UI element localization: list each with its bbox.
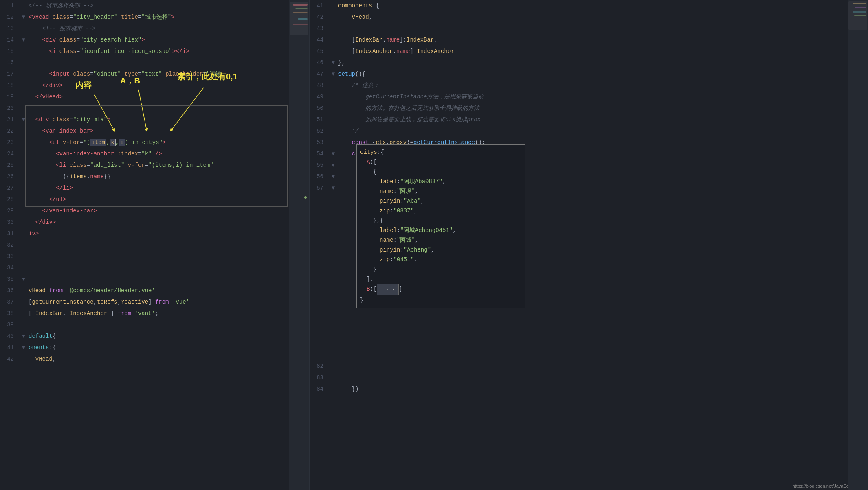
code-line-27: 27 </li> — [0, 182, 309, 194]
right-code-line-83: 83 — [310, 372, 868, 383]
code-line-21: 21 ▼ <div class="city_mia"> — [0, 114, 309, 125]
line-number-15: 15 — [0, 46, 20, 57]
data-box-citys: citys:{ A:[ { label: "阿坝Aba0837", name: … — [356, 144, 525, 308]
right-fold-icon-54[interactable]: ▼ — [330, 148, 336, 160]
code-line-18: 18 </div> — [0, 80, 309, 91]
code-line-13: 13 <!-- 搜索城市 --> — [0, 23, 309, 34]
right-line-content-45: [IndexAnchor.name]:IndexAnchor — [336, 46, 868, 57]
data-box-line-zip1: zip: "0837", — [360, 206, 522, 216]
line-number-41: 41 — [0, 342, 20, 353]
fold-icon-21[interactable]: ▼ — [20, 114, 27, 125]
right-fold-icon-57[interactable]: ▼ — [330, 182, 336, 194]
fold-icon-14[interactable]: ▼ — [20, 34, 27, 46]
right-code-line-41: 41 components:{ — [310, 0, 868, 11]
right-code-line-45: 45 [IndexAnchor.name]:IndexAnchor — [310, 46, 868, 57]
right-code-line-48: 48 /* 注意： — [310, 80, 868, 91]
right-line-content-50: 的方法。在打包之后无法获取全局挂载的方法 — [336, 103, 868, 114]
line-number-22: 22 — [0, 125, 20, 137]
line-content-18: </div> — [27, 80, 309, 91]
line-number-17: 17 — [0, 68, 20, 80]
right-code-panel: 41 components:{ 42 vHead, 43 44 [IndexBa… — [310, 0, 868, 490]
data-box-line-b: B:[ · · · ] — [360, 284, 522, 295]
right-line-number-46: 46 — [310, 57, 330, 68]
line-content-24: <van-index-anchor :index="k" /> — [27, 148, 309, 160]
line-number-37: 37 — [0, 296, 20, 308]
right-line-content-48: /* 注意： — [336, 80, 868, 91]
minimap[interactable] — [289, 0, 309, 490]
code-line-22: 22 <van-index-bar> — [0, 125, 309, 137]
line-content-12: <vHead class="city_header" title="城市选择"> — [27, 11, 309, 23]
code-line-20: 20 — [0, 103, 309, 114]
line-number-39: 39 — [0, 319, 20, 330]
right-line-number-48: 48 — [310, 80, 330, 91]
line-content-27: </li> — [27, 182, 309, 194]
right-fold-icon-56[interactable]: ▼ — [330, 171, 336, 182]
right-code-line-52: 52 */ — [310, 125, 868, 137]
line-number-18: 18 — [0, 80, 20, 91]
line-number-14: 14 — [0, 34, 20, 46]
line-content-11: <!-- 城市选择头部 --> — [27, 0, 309, 11]
line-number-32: 32 — [0, 239, 20, 251]
code-line-11: 11 <!-- 城市选择头部 --> — [0, 0, 309, 11]
data-box-line-close1: } — [360, 265, 522, 274]
code-line-30: 30 </div> — [0, 217, 309, 228]
line-content-40: default{ — [27, 330, 309, 342]
fold-icon-12[interactable]: ▼ — [20, 11, 27, 23]
right-code-line-44: 44 [IndexBar.name]:IndexBar, — [310, 34, 868, 46]
right-fold-icon-47[interactable]: ▼ — [330, 68, 336, 80]
code-line-24: 24 <van-index-anchor :index="k" /> — [0, 148, 309, 160]
code-line-38: 38 [ IndexBar, IndexAnchor ] from 'vant'… — [0, 308, 309, 319]
line-content-37: [getCurrentInstance,toRefs,reactive] fro… — [27, 296, 309, 308]
right-line-number-49: 49 — [310, 91, 330, 103]
data-box-line-brace: { — [360, 167, 522, 177]
fold-icon-41[interactable]: ▼ — [20, 342, 27, 353]
line-content-22: <van-index-bar> — [27, 125, 309, 137]
data-box-line-name2: name: "阿城", — [360, 235, 522, 245]
right-line-number-56: 56 — [310, 171, 330, 182]
right-line-number-82: 82 — [310, 361, 330, 372]
code-line-37: 37 [getCurrentInstance,toRefs,reactive] … — [0, 296, 309, 308]
right-line-number-53: 53 — [310, 137, 330, 148]
code-line-28: 28 </ul> — [0, 194, 309, 205]
right-line-number-41: 41 — [310, 0, 330, 11]
code-line-29: 29 </van-index-bar> — [0, 205, 309, 217]
right-line-content-42: vHead, — [336, 11, 868, 23]
right-code-line-82: 82 — [310, 361, 868, 372]
right-line-number-47: 47 — [310, 68, 330, 80]
right-line-content-51: 如果说是需要上线，那么需要将ctx换成prox — [336, 114, 868, 125]
code-line-19: 19 </vHead> — [0, 91, 309, 103]
right-code-line-49: 49 getCurrentInstance方法，是用来获取当前 — [310, 91, 868, 103]
line-content-30: </div> — [27, 217, 309, 228]
right-line-number-52: 52 — [310, 125, 330, 137]
right-fold-icon-46[interactable]: ▼ — [330, 57, 336, 68]
right-line-content-41: components:{ — [336, 0, 868, 11]
right-line-content-49: getCurrentInstance方法，是用来获取当前 — [336, 91, 868, 103]
fold-icon-35[interactable]: ▼ — [20, 273, 27, 285]
line-content-21: <div class="city_mia"> — [27, 114, 309, 125]
right-line-content-47: setup(){ — [336, 68, 868, 80]
right-line-content-52: */ — [336, 125, 868, 137]
code-line-26: 26 {{items.name}} — [0, 171, 309, 182]
line-number-16: 16 — [0, 57, 20, 68]
code-line-36: 36 vHead from '@comps/header/Header.vue' — [0, 285, 309, 296]
right-line-number-84: 84 — [310, 383, 330, 395]
code-line-14: 14 ▼ <div class="city_search flex"> — [0, 34, 309, 46]
fold-icon-40[interactable]: ▼ — [20, 330, 27, 342]
right-code-line-46: 46 ▼ }, — [310, 57, 868, 68]
right-fold-icon-55[interactable]: ▼ — [330, 160, 336, 171]
right-line-number-50: 50 — [310, 103, 330, 114]
line-content-25: <li class="add_list" v-for="(items,i) in… — [27, 160, 309, 171]
line-number-25: 25 — [0, 160, 20, 171]
right-line-number-54: 54 — [310, 148, 330, 160]
code-line-42: 42 vHead, — [0, 353, 309, 365]
line-number-35: 35 — [0, 273, 20, 285]
code-line-12: 12 ▼ <vHead class="city_header" title="城… — [0, 11, 309, 23]
line-number-40: 40 — [0, 330, 20, 342]
line-content-23: <ul v-for="(item,k,i) in citys"> — [27, 137, 309, 148]
code-line-33: 33 — [0, 251, 309, 262]
line-number-29: 29 — [0, 205, 20, 217]
code-line-32: 32 — [0, 239, 309, 251]
code-line-15: 15 <i class="iconfont icon-icon_sousuo">… — [0, 46, 309, 57]
data-box-line-a: A:[ — [360, 157, 522, 167]
right-minimap[interactable] — [848, 0, 868, 490]
